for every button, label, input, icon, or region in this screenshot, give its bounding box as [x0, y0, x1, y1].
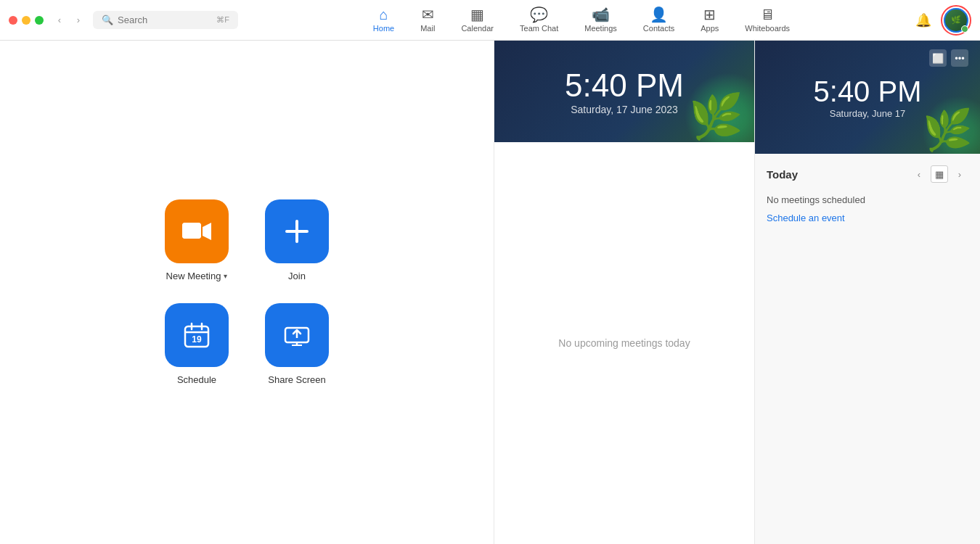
share-screen-button[interactable]	[265, 303, 329, 367]
tab-teamchat[interactable]: 💬 Team Chat	[507, 3, 571, 37]
new-meeting-button[interactable]	[165, 199, 229, 263]
search-icon: 🔍	[102, 15, 113, 25]
tab-whiteboards[interactable]: 🖥 Whiteboards	[732, 3, 803, 37]
left-panel: ⚙ New Meeting ▾ Join	[0, 41, 494, 544]
plant-decoration: 🌿	[689, 91, 743, 142]
center-nav: ⌂ Home ✉ Mail ▦ Calendar 💬 Team Chat 📹 M…	[250, 3, 913, 37]
calendar-icon: ▦	[470, 7, 484, 22]
back-button[interactable]: ‹	[51, 12, 68, 29]
search-box[interactable]: 🔍 ⌘F	[93, 11, 238, 29]
svg-text:19: 19	[192, 334, 202, 345]
clock-time-display: 5:40 PM	[565, 67, 684, 104]
join-label: Join	[288, 271, 306, 281]
close-traffic-light[interactable]	[9, 16, 17, 25]
clock-banner: 🌿 5:40 PM Saturday, 17 June 2023	[494, 41, 754, 142]
tab-apps[interactable]: ⊞ Apps	[687, 3, 732, 37]
schedule-button[interactable]: 19	[165, 303, 229, 367]
svg-rect-1	[182, 223, 201, 239]
today-section: Today ‹ ▦ › No meetings scheduled Schedu…	[755, 154, 980, 236]
sidebar-plant-decoration: 🌿	[923, 107, 973, 154]
tab-home-label: Home	[373, 24, 394, 33]
search-input[interactable]	[118, 15, 212, 25]
forward-button[interactable]: ›	[70, 12, 87, 29]
right-nav: 🔔 🌿	[913, 5, 971, 36]
join-label-text: Join	[288, 271, 306, 281]
minimize-traffic-light[interactable]	[22, 16, 30, 25]
no-meetings-section: No upcoming meetings today	[494, 142, 754, 544]
share-screen-svg-icon	[282, 321, 311, 350]
tab-meetings-label: Meetings	[584, 24, 617, 33]
contacts-icon: 👤	[650, 7, 668, 22]
new-meeting-label: New Meeting ▾	[166, 271, 228, 281]
tab-whiteboards-label: Whiteboards	[745, 24, 790, 33]
apps-icon: ⊞	[703, 7, 716, 22]
center-panel: 🌿 5:40 PM Saturday, 17 June 2023 No upco…	[494, 41, 755, 544]
today-header: Today ‹ ▦ ›	[767, 165, 968, 183]
tab-meetings[interactable]: 📹 Meetings	[571, 3, 630, 37]
new-meeting-item: New Meeting ▾	[165, 199, 229, 281]
join-button[interactable]	[265, 199, 329, 263]
today-prev-button[interactable]: ‹	[910, 165, 928, 183]
main-content: ⚙ New Meeting ▾ Join	[0, 41, 980, 544]
sidebar-no-meetings-text: No meetings scheduled	[767, 194, 968, 205]
schedule-event-link[interactable]: Schedule an event	[767, 213, 845, 223]
fullscreen-traffic-light[interactable]	[35, 16, 44, 25]
tab-teamchat-label: Team Chat	[520, 24, 558, 33]
today-label: Today	[767, 168, 798, 181]
search-shortcut: ⌘F	[216, 15, 229, 25]
camera-svg-icon	[181, 218, 213, 244]
sidebar-clock-time: 5:40 PM	[814, 75, 922, 108]
share-screen-item: Share Screen	[265, 303, 329, 385]
join-item: Join	[265, 199, 329, 281]
tab-apps-label: Apps	[701, 24, 719, 33]
svg-marker-2	[203, 223, 211, 240]
new-meeting-label-text: New Meeting	[166, 271, 221, 281]
today-calendar-button[interactable]: ▦	[931, 165, 948, 183]
nav-arrows: ‹ ›	[51, 12, 87, 29]
share-screen-label: Share Screen	[268, 374, 326, 385]
profile-wrap: 🌿	[944, 8, 968, 33]
tab-calendar-label: Calendar	[461, 24, 494, 33]
traffic-lights	[9, 16, 44, 25]
schedule-label-text: Schedule	[177, 374, 216, 385]
actions-grid: New Meeting ▾ Join 19 Sche	[165, 199, 329, 385]
tab-mail[interactable]: ✉ Mail	[407, 3, 448, 37]
schedule-item: 19 Schedule	[165, 303, 229, 385]
clock-date-display: Saturday, 17 June 2023	[571, 104, 678, 115]
schedule-label: Schedule	[177, 374, 216, 385]
schedule-svg-icon: 19	[182, 321, 211, 350]
sidebar-clock-date: Saturday, June 17	[830, 108, 906, 119]
sidebar-clock-banner: ⬜ ••• 🌿 5:40 PM Saturday, June 17	[755, 41, 980, 154]
new-meeting-dropdown-arrow[interactable]: ▾	[224, 272, 227, 280]
profile-highlight: 🌿	[941, 5, 971, 36]
no-meetings-text: No upcoming meetings today	[558, 337, 690, 349]
tab-calendar[interactable]: ▦ Calendar	[448, 3, 507, 37]
sidebar-toolbar: ⬜ •••	[923, 46, 974, 70]
tab-contacts[interactable]: 👤 Contacts	[630, 3, 687, 37]
share-screen-label-text: Share Screen	[268, 374, 326, 385]
meetings-icon: 📹	[592, 7, 610, 22]
teamchat-icon: 💬	[530, 7, 548, 22]
sidebar-save-button[interactable]: ⬜	[929, 49, 947, 67]
notification-bell[interactable]: 🔔	[913, 10, 934, 30]
today-nav: ‹ ▦ ›	[910, 165, 968, 183]
whiteboards-icon: 🖥	[760, 7, 775, 22]
today-next-button[interactable]: ›	[951, 165, 968, 183]
top-nav-bar: ‹ › 🔍 ⌘F ⌂ Home ✉ Mail ▦ Calendar 💬 Team…	[0, 0, 980, 41]
tab-contacts-label: Contacts	[643, 24, 674, 33]
sidebar-more-button[interactable]: •••	[951, 49, 968, 67]
right-sidebar: ⬜ ••• 🌿 5:40 PM Saturday, June 17 Today …	[755, 41, 980, 544]
mail-icon: ✉	[422, 7, 434, 22]
join-svg-icon	[281, 215, 313, 247]
online-status-dot	[961, 25, 968, 33]
home-icon: ⌂	[379, 7, 388, 22]
avatar-image: 🌿	[951, 15, 961, 25]
tab-home[interactable]: ⌂ Home	[360, 3, 407, 37]
tab-mail-label: Mail	[420, 24, 435, 33]
